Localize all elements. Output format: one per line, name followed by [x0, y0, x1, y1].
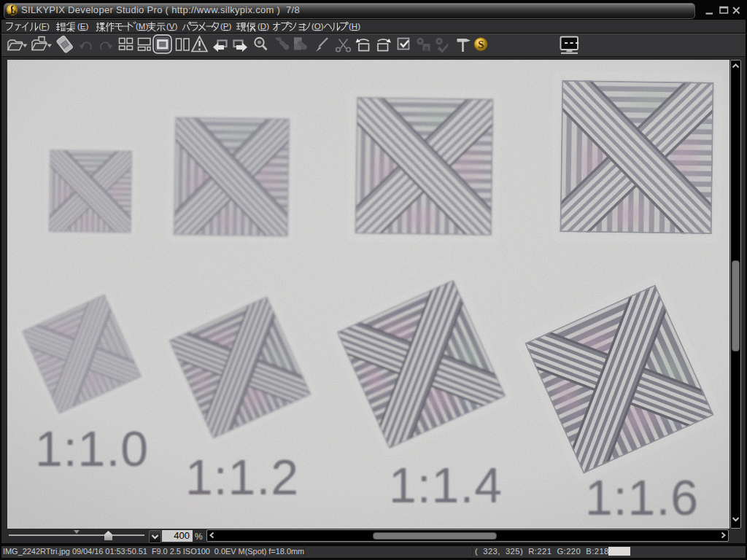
svg-text:(V): (V): [166, 22, 178, 31]
svg-text:(O): (O): [311, 22, 324, 31]
svg-text:(P): (P): [220, 22, 232, 31]
svg-text:(F): (F): [39, 22, 50, 31]
svg-text:(M): (M): [136, 22, 148, 31]
svg-text:S: S: [478, 39, 484, 50]
svg-text:(H): (H): [349, 22, 360, 31]
svg-text:(E): (E): [77, 22, 89, 31]
svg-text:(D): (D): [258, 22, 269, 31]
